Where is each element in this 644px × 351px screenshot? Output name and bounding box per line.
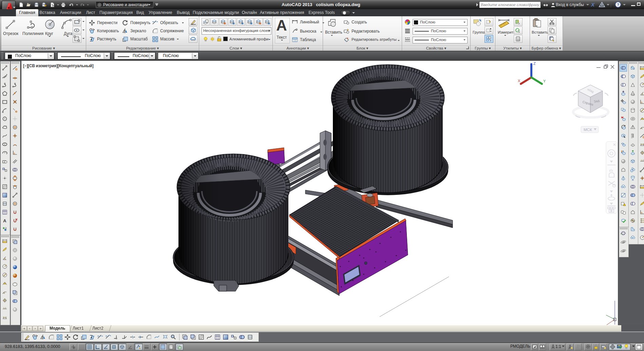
svg-text:?: ?	[617, 3, 619, 7]
svg-text:Z: Z	[533, 61, 536, 66]
svg-text:1.2: 1.2	[641, 159, 644, 161]
svg-text:Y: Y	[543, 79, 546, 83]
svg-text:[−][СВ изометрия][Концептуальн: [−][СВ изометрия][Концептуальный]	[23, 63, 94, 68]
svg-text:X: X	[518, 79, 520, 83]
svg-text:МСК: МСК	[584, 128, 592, 132]
svg-text:1.2: 1.2	[3, 307, 6, 309]
svg-text:A: A	[3, 218, 6, 223]
